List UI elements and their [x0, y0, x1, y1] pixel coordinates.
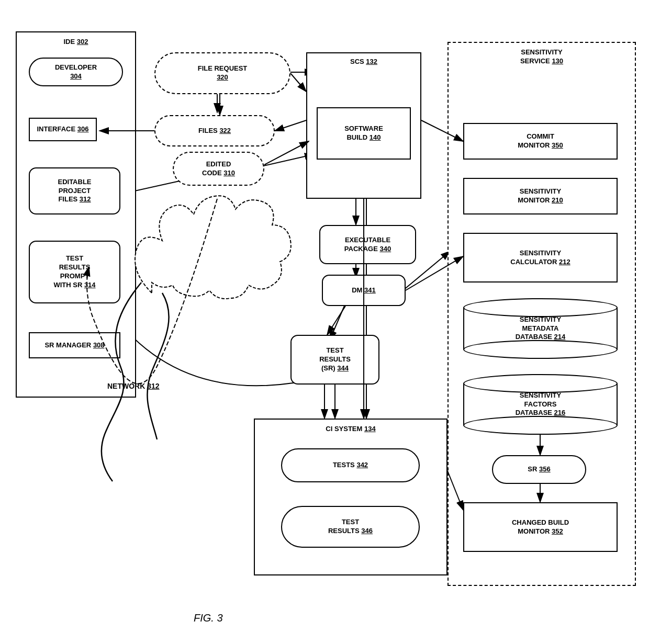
sensitivity-metadata-db: SENSITIVITYMETADATADATABASE 214 — [463, 298, 618, 356]
developer-box: DEVELOPER304 — [29, 58, 123, 86]
ci-system-box: CI SYSTEM 134 TESTS 342 TESTRESULTS 346 — [254, 419, 447, 575]
sensitivity-calculator-box: SENSITIVITYCALCULATOR 212 — [463, 233, 618, 283]
fig-caption: FIG. 3 — [194, 612, 223, 624]
editable-project-files-label: EDITABLEPROJECTFILES 312 — [58, 178, 91, 205]
sensitivity-monitor-label: SENSITIVITYMONITOR 210 — [518, 187, 563, 205]
sensitivity-factors-db-label: SENSITIVITYFACTORSDATABASE 216 — [516, 391, 566, 418]
svg-line-22 — [264, 141, 309, 165]
changed-build-monitor-label: CHANGED BUILDMONITOR 352 — [512, 518, 569, 536]
svg-line-5 — [256, 154, 314, 167]
executable-package-box: EXECUTABLEPACKAGE 340 — [319, 225, 416, 264]
file-request-label: FILE REQUEST320 — [198, 64, 248, 82]
sensitivity-monitor-box: SENSITIVITYMONITOR 210 — [463, 178, 618, 214]
files-box: FILES 322 — [154, 115, 275, 146]
scs-box: SCS 132 SOFTWAREBUILD 140 — [306, 52, 421, 199]
tests-box: TESTS 342 — [281, 448, 420, 482]
editable-project-files-box: EDITABLEPROJECTFILES 312 — [29, 167, 120, 214]
ci-system-label: CI SYSTEM 134 — [326, 425, 375, 434]
edited-code-box: EDITEDCODE 310 — [173, 152, 264, 186]
network-label: NETWORK 312 — [107, 382, 160, 390]
sensitivity-metadata-db-label: SENSITIVITYMETADATADATABASE 214 — [516, 315, 566, 342]
developer-label: DEVELOPER304 — [55, 63, 97, 81]
svg-line-17 — [327, 306, 345, 335]
file-request-box: FILE REQUEST320 — [154, 52, 290, 94]
sr-manager-box: SR MANAGER 308 — [29, 332, 120, 358]
ide-label: IDE 302 — [64, 38, 88, 47]
executable-package-label: EXECUTABLEPACKAGE 340 — [344, 236, 391, 254]
sensitivity-calculator-label: SENSITIVITYCALCULATOR 212 — [510, 249, 570, 267]
commit-monitor-label: COMMITMONITOR 350 — [518, 132, 563, 150]
svg-line-19 — [290, 73, 306, 92]
files-label: FILES 322 — [198, 127, 231, 135]
svg-line-20 — [275, 120, 306, 131]
edited-code-label: EDITEDCODE 310 — [202, 160, 235, 178]
interface-label: INTERFACE 306 — [37, 125, 89, 134]
test-results-sr-box: TESTRESULTS(SR) 344 — [290, 335, 379, 385]
test-results-346-box: TESTRESULTS 346 — [281, 506, 420, 548]
software-build-box: SOFTWAREBUILD 140 — [317, 107, 411, 160]
commit-monitor-box: COMMITMONITOR 350 — [463, 123, 618, 160]
test-results-prompt-box: TESTRESULTSPROMPTWITH SR 314 — [29, 241, 120, 303]
sr-356-box: SR 356 — [492, 455, 586, 484]
test-results-sr-label: TESTRESULTS(SR) 344 — [319, 346, 351, 373]
test-results-346-label: TESTRESULTS 346 — [328, 518, 373, 536]
sr-356-label: SR 356 — [528, 465, 550, 474]
test-results-prompt-label: TESTRESULTSPROMPTWITH SR 314 — [53, 254, 95, 290]
software-build-label: SOFTWAREBUILD 140 — [344, 125, 383, 142]
dm-label: DM 341 — [352, 286, 376, 295]
sensitivity-factors-db: SENSITIVITYFACTORSDATABASE 216 — [463, 374, 618, 432]
sensitivity-service-label: SENSITIVITYSERVICE 130 — [520, 48, 563, 66]
interface-box: INTERFACE 306 — [29, 118, 97, 141]
tests-label: TESTS 342 — [333, 461, 368, 470]
diagram: IDE 302 DEVELOPER304 INTERFACE 306 EDITA… — [0, 0, 649, 644]
changed-build-monitor-box: CHANGED BUILDMONITOR 352 — [463, 502, 618, 552]
scs-label: SCS 132 — [350, 58, 377, 66]
dm-box: DM 341 — [322, 275, 406, 306]
sr-manager-label: SR MANAGER 308 — [44, 341, 104, 350]
